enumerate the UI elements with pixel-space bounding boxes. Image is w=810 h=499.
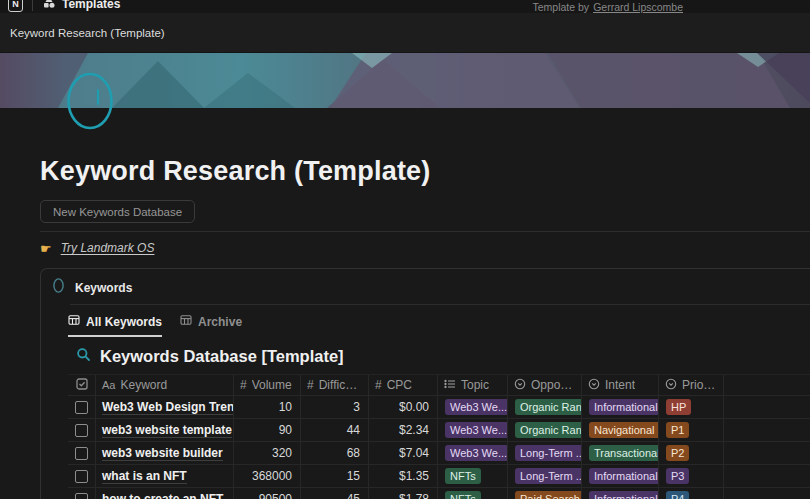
- notion-logo[interactable]: N: [8, 0, 23, 12]
- opportunity-tag: Organic Rank: [515, 399, 582, 415]
- column-header-difficulty[interactable]: #Difficulty: [301, 375, 369, 395]
- row-checkbox[interactable]: [68, 488, 96, 499]
- table-row: web3 website template9044$2.34Web3 We...…: [68, 419, 810, 442]
- column-header-volume[interactable]: #Volume: [234, 375, 301, 395]
- priority-tag: P2: [666, 445, 689, 461]
- keyword-cell[interactable]: what is an NFT: [96, 465, 234, 487]
- intent-cell[interactable]: Informational: [582, 465, 659, 487]
- empty-cell: [724, 396, 810, 418]
- topbar-divider: [32, 0, 33, 11]
- cpc-cell[interactable]: $2.34: [369, 419, 438, 441]
- checkbox-empty-icon: [75, 424, 88, 437]
- cover-gradient-art: [0, 53, 810, 108]
- priority-cell[interactable]: P1: [659, 419, 724, 441]
- column-header-topic[interactable]: Topic: [438, 375, 508, 395]
- database-title: Keywords Database [Template]: [100, 347, 344, 366]
- topic-tag: Web3 We...: [445, 445, 508, 461]
- table-row: how to create an NFT9050045$1.78NFTsPaid…: [68, 488, 810, 499]
- column-header-intent[interactable]: Intent: [582, 375, 659, 395]
- difficulty-cell[interactable]: 44: [301, 419, 369, 441]
- oval-toggle-icon: [52, 277, 65, 298]
- row-checkbox[interactable]: [68, 442, 96, 464]
- hash-icon: #: [307, 378, 314, 392]
- select-icon: [514, 378, 526, 393]
- opportunity-cell[interactable]: Paid Search: [508, 488, 582, 499]
- keyword-cell[interactable]: web3 website builder: [96, 442, 234, 464]
- intent-tag: Informational: [589, 468, 659, 484]
- difficulty-cell[interactable]: 15: [301, 465, 369, 487]
- notion-window: N Templates Template by Gerrard Lipscomb…: [0, 0, 810, 499]
- tab-label: Archive: [198, 315, 242, 329]
- checkbox-empty-icon: [75, 401, 88, 414]
- column-header-opportun[interactable]: Opportun...: [508, 375, 582, 395]
- row-checkbox[interactable]: [68, 419, 96, 441]
- opportunity-cell[interactable]: Long-Term ...: [508, 442, 582, 464]
- column-header-cpc[interactable]: #CPC: [369, 375, 438, 395]
- hash-icon: #: [240, 378, 247, 392]
- column-label: CPC: [387, 378, 412, 392]
- tab-all-keywords[interactable]: All Keywords: [68, 314, 162, 337]
- breadcrumb[interactable]: Keyword Research (Template): [10, 27, 165, 39]
- topic-cell[interactable]: Web3 We...: [438, 442, 508, 464]
- breadcrumb-bar: Keyword Research (Template): [0, 13, 810, 53]
- column-header-priority[interactable]: Priority: [659, 375, 724, 395]
- opportunity-tag: Long-Term ...: [515, 468, 582, 484]
- opportunity-cell[interactable]: Organic Rank: [508, 396, 582, 418]
- template-by-text: Template by: [533, 1, 590, 13]
- column-header-keyword[interactable]: AaKeyword: [96, 375, 234, 395]
- intent-cell[interactable]: Informational: [582, 396, 659, 418]
- keyword-cell[interactable]: how to create an NFT: [96, 488, 234, 499]
- priority-cell[interactable]: P2: [659, 442, 724, 464]
- intent-tag: Informational: [589, 491, 659, 499]
- column-header-empty: [724, 375, 810, 395]
- divider: [40, 231, 810, 232]
- tab-archive[interactable]: Archive: [180, 314, 242, 337]
- intent-cell[interactable]: Navigational: [582, 419, 659, 441]
- cpc-cell[interactable]: $0.00: [369, 396, 438, 418]
- keywords-block-header[interactable]: Keywords: [41, 269, 810, 304]
- aa-icon: Aa: [102, 378, 115, 392]
- template-author-link[interactable]: Gerrard Lipscombe: [593, 1, 683, 13]
- volume-cell[interactable]: 90500: [234, 488, 301, 499]
- column-label: Difficulty: [319, 378, 362, 392]
- opportunity-cell[interactable]: Organic Rank: [508, 419, 582, 441]
- volume-cell[interactable]: 10: [234, 396, 301, 418]
- opportunity-cell[interactable]: Long-Term ...: [508, 465, 582, 487]
- priority-cell[interactable]: P4: [659, 488, 724, 499]
- volume-cell[interactable]: 90: [234, 419, 301, 441]
- keyword-cell[interactable]: Web3 Web Design Trends: [96, 396, 234, 418]
- volume-cell[interactable]: 368000: [234, 465, 301, 487]
- table-body: Web3 Web Design Trends103$0.00Web3 We...…: [68, 396, 810, 499]
- row-checkbox[interactable]: [68, 465, 96, 487]
- topic-cell[interactable]: Web3 We...: [438, 419, 508, 441]
- checkbox-empty-icon: [75, 447, 88, 460]
- cpc-cell[interactable]: $7.04: [369, 442, 438, 464]
- table-row: Web3 Web Design Trends103$0.00Web3 We...…: [68, 396, 810, 419]
- priority-cell[interactable]: P3: [659, 465, 724, 487]
- cpc-cell[interactable]: $1.35: [369, 465, 438, 487]
- topic-cell[interactable]: NFTs: [438, 488, 508, 499]
- topic-cell[interactable]: Web3 We...: [438, 396, 508, 418]
- row-checkbox[interactable]: [68, 396, 96, 418]
- keyword-cell[interactable]: web3 website template: [96, 419, 234, 441]
- difficulty-cell[interactable]: 68: [301, 442, 369, 464]
- difficulty-cell[interactable]: 3: [301, 396, 369, 418]
- templates-nav-item[interactable]: Templates: [42, 0, 120, 13]
- priority-tag: P3: [666, 468, 689, 484]
- landmark-os-link[interactable]: Try Landmark OS: [61, 241, 155, 255]
- cpc-cell[interactable]: $1.78: [369, 488, 438, 499]
- priority-tag: P1: [666, 422, 689, 438]
- intent-cell[interactable]: Informational: [582, 488, 659, 499]
- select-all-checkbox[interactable]: [68, 375, 96, 395]
- view-tabs: All KeywordsArchive: [41, 305, 810, 337]
- intent-cell[interactable]: Transactional: [582, 442, 659, 464]
- keyword-text: Web3 Web Design Trends: [102, 400, 234, 415]
- cover-image[interactable]: [0, 53, 810, 108]
- volume-cell[interactable]: 320: [234, 442, 301, 464]
- topic-tag: Web3 We...: [445, 399, 508, 415]
- column-label: Volume: [252, 378, 292, 392]
- new-keywords-database-button[interactable]: New Keywords Database: [40, 200, 195, 223]
- difficulty-cell[interactable]: 45: [301, 488, 369, 499]
- topic-cell[interactable]: NFTs: [438, 465, 508, 487]
- priority-cell[interactable]: HP: [659, 396, 724, 418]
